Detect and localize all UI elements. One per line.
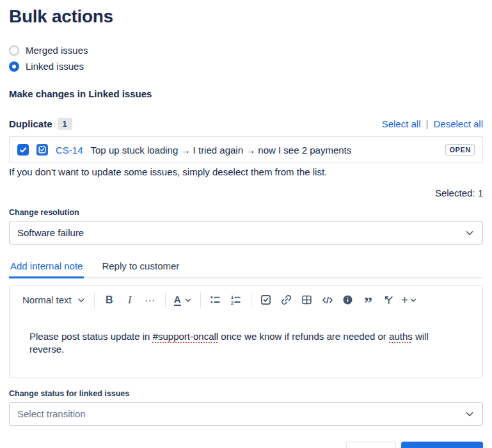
radio-linked-issues[interactable]: Linked issues xyxy=(9,58,483,74)
toolbar-divider xyxy=(200,292,201,308)
note-tabs: Add internal note Reply to customer xyxy=(9,260,483,278)
radio-linked-issues-label: Linked issues xyxy=(26,61,84,72)
note-text: Please post status update in xyxy=(29,331,153,342)
task-type-icon xyxy=(36,144,48,156)
group-header: Duplicate 1 Select all | Deselect all xyxy=(9,118,483,130)
rich-text-editor: Normal text B I … A 1 2 xyxy=(9,285,483,378)
radio-merged-issues-label: Merged issues xyxy=(26,45,88,56)
editor-content[interactable]: Please post status update in #support-on… xyxy=(10,309,482,356)
transition-label: Change status for linked issues xyxy=(9,389,483,398)
editor-toolbar: Normal text B I … A 1 2 xyxy=(10,285,482,309)
more-formatting-icon[interactable]: … xyxy=(141,291,159,309)
bold-icon[interactable]: B xyxy=(100,291,118,309)
cancel-button[interactable]: Cancel xyxy=(346,442,397,448)
radio-merged-issues[interactable]: Merged issues xyxy=(9,42,483,58)
numbered-list-icon[interactable]: 1 2 xyxy=(227,291,245,309)
resolution-field: Change resolution Software failure xyxy=(9,208,483,244)
deselect-hint: If you don't want to update some issues,… xyxy=(9,166,483,179)
text-style-dropdown[interactable]: Normal text xyxy=(20,292,88,307)
section-heading: Make changes in Linked issues xyxy=(9,88,483,99)
italic-icon[interactable]: I xyxy=(121,291,139,309)
text-color-icon[interactable]: A xyxy=(171,291,194,309)
issue-row[interactable]: CS-14 Top up stuck loading → I tried aga… xyxy=(9,136,483,163)
task-list-icon[interactable] xyxy=(257,291,275,309)
link-icon[interactable] xyxy=(278,291,296,309)
deselect-all-link[interactable]: Deselect all xyxy=(433,118,483,129)
make-changes-button[interactable]: Make changes xyxy=(401,442,483,448)
quote-icon[interactable]: ” xyxy=(360,291,377,309)
code-snippet-icon[interactable] xyxy=(319,291,337,309)
tab-reply-to-customer[interactable]: Reply to customer xyxy=(100,260,180,277)
issue-key-link[interactable]: CS-14 xyxy=(56,145,83,156)
toolbar-divider xyxy=(165,292,166,308)
transition-field: Change status for linked issues Select t… xyxy=(9,389,483,426)
bullet-list-icon[interactable] xyxy=(207,291,225,309)
status-badge: OPEN xyxy=(445,144,475,156)
channel-mention: #support-oncall xyxy=(153,331,219,342)
chevron-down-icon xyxy=(184,296,192,304)
select-all-link[interactable]: Select all xyxy=(382,118,421,129)
transition-placeholder: Select transition xyxy=(17,408,86,419)
text-style-value: Normal text xyxy=(22,294,72,305)
svg-text:2: 2 xyxy=(231,300,234,305)
issue-summary: Top up stuck loading → I tried again → n… xyxy=(91,145,352,156)
footer-actions: Cancel Make changes xyxy=(9,442,483,448)
links-separator: | xyxy=(426,118,429,129)
chevron-down-icon xyxy=(409,296,417,304)
chevron-down-icon xyxy=(464,228,475,238)
tab-add-internal-note[interactable]: Add internal note xyxy=(9,260,84,278)
issue-checkbox-checked[interactable] xyxy=(17,144,29,156)
issue-scope-radio-group: Merged issues Linked issues xyxy=(9,42,483,74)
insert-icon[interactable]: + xyxy=(401,291,418,309)
note-text: once we know if refunds are needed or xyxy=(218,331,389,342)
resolution-value: Software failure xyxy=(17,227,84,238)
misspelled-word: auths xyxy=(389,331,413,342)
transition-select[interactable]: Select transition xyxy=(9,402,483,426)
group-label: Duplicate xyxy=(9,118,52,129)
selected-count: Selected: 1 xyxy=(9,188,483,198)
toolbar-divider xyxy=(94,292,95,308)
radio-unselected-icon[interactable] xyxy=(9,45,19,56)
group-count-badge: 1 xyxy=(58,118,72,130)
group-title: Duplicate 1 xyxy=(9,118,72,130)
resolution-select[interactable]: Software failure xyxy=(9,221,483,244)
page-title: Bulk actions xyxy=(9,6,483,27)
chevron-down-icon xyxy=(77,296,86,305)
info-panel-icon[interactable] xyxy=(339,291,357,309)
chevron-down-icon xyxy=(464,409,475,419)
decision-icon[interactable] xyxy=(380,291,398,309)
toolbar-divider xyxy=(251,292,251,308)
selection-links: Select all | Deselect all xyxy=(382,118,483,129)
resolution-label: Change resolution xyxy=(9,208,483,217)
table-icon[interactable] xyxy=(298,291,316,309)
radio-selected-icon[interactable] xyxy=(9,61,19,72)
